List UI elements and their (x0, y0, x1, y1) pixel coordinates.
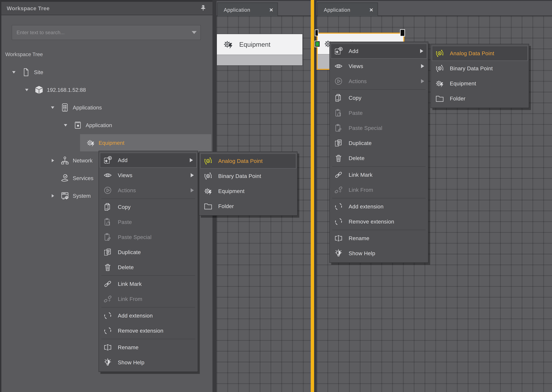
submenu-item-folder[interactable]: Folder (431, 91, 529, 106)
submenu-item-binary-data-point[interactable]: BBinary Data Point (199, 168, 297, 184)
chevron-expanded-icon[interactable] (63, 122, 69, 128)
menu-item-label: Actions (118, 187, 136, 194)
menu-item-label: Rename (118, 344, 138, 350)
menu-item-remove-extension[interactable]: Remove extension (99, 323, 198, 338)
menu-item-copy[interactable]: Copy (330, 90, 428, 105)
menu-item-label: Rename (349, 235, 369, 241)
menu-item-remove-extension[interactable]: Remove extension (330, 214, 428, 229)
paste-special-icon (334, 124, 343, 133)
actions-icon (103, 186, 112, 195)
menu-item-link-from[interactable]: Link From (99, 291, 198, 307)
link-icon (103, 280, 112, 288)
menu-item-actions[interactable]: Actions (330, 74, 428, 89)
menu-item-link-mark[interactable]: Link Mark (330, 167, 428, 182)
delete-icon (334, 154, 343, 163)
menu-item-label: Delete (118, 264, 134, 270)
menu-item-add[interactable]: Add (100, 153, 197, 168)
submenu-item-equipment[interactable]: Equipment (431, 76, 529, 91)
menu-item-add-extension[interactable]: Add extension (99, 308, 198, 323)
menu-item-views[interactable]: Views (330, 59, 428, 74)
anchor-handle-green[interactable] (315, 41, 320, 47)
chevron-expanded-icon[interactable] (50, 105, 55, 111)
menu-item-rename[interactable]: Rename (330, 231, 428, 246)
menu-separator (101, 307, 195, 308)
submenu-item-binary-data-point[interactable]: BBinary Data Point (431, 61, 529, 76)
pin-icon[interactable] (200, 4, 207, 13)
paste-special-icon (103, 233, 112, 242)
tab-label: Application (324, 7, 350, 13)
menu-item-views[interactable]: Views (99, 168, 198, 183)
menu-item-label: Add extension (118, 313, 153, 319)
menu-item-delete[interactable]: Delete (330, 151, 428, 166)
menu-item-actions[interactable]: Actions (99, 183, 198, 198)
search-input[interactable] (12, 29, 192, 35)
chevron-collapsed-icon[interactable] (50, 158, 55, 163)
menu-item-label: Remove extension (349, 218, 394, 225)
menu-item-link-from[interactable]: Link From (330, 182, 428, 197)
chevron-down-icon[interactable] (192, 31, 197, 34)
resize-handle-right[interactable] (400, 29, 405, 36)
orange-splitter-divider[interactable] (311, 0, 314, 392)
menu-item-label: Delete (349, 155, 365, 161)
delete-icon (103, 263, 112, 272)
chevron-expanded-icon[interactable] (11, 69, 17, 75)
tab-application-right[interactable]: Application ✕ (317, 2, 378, 17)
tree-item-label: Services (73, 175, 93, 181)
menu-separator (332, 229, 426, 231)
svg-text:A: A (439, 52, 441, 55)
menu-item-copy[interactable]: Copy (99, 199, 198, 215)
menu-item-show-help[interactable]: Show Help (330, 246, 428, 261)
extension-icon (103, 311, 112, 320)
submenu-item-analog-data-point[interactable]: AAnalog Data Point (200, 154, 296, 168)
server-box-icon (34, 85, 43, 94)
tree-item-site[interactable]: Site (1, 63, 213, 81)
menu-item-rename[interactable]: Rename (99, 340, 198, 355)
gear-bolt-icon (86, 138, 95, 147)
menu-item-label: Duplicate (118, 249, 141, 255)
submenu-item-folder[interactable]: Folder (199, 199, 297, 214)
menu-item-duplicate[interactable]: Duplicate (330, 136, 428, 151)
close-icon[interactable]: ✕ (269, 7, 273, 13)
chevron-collapsed-icon[interactable] (50, 193, 55, 199)
menu-item-label: Analog Data Point (218, 158, 263, 164)
tab-application-middle[interactable]: Application ✕ (217, 2, 278, 17)
menu-item-paste-special[interactable]: Paste Special (330, 120, 428, 136)
menu-item-link-mark[interactable]: Link Mark (99, 276, 198, 291)
menu-item-paste[interactable]: Paste (330, 105, 428, 120)
applications-icon (60, 103, 69, 112)
submenu-item-analog-data-point[interactable]: AAnalog Data Point (432, 46, 528, 61)
menu-item-show-help[interactable]: Show Help (99, 355, 198, 370)
copy-icon (103, 203, 112, 211)
tree-item-192-168-1-52-88[interactable]: 192.168.1.52:88 (1, 81, 213, 99)
menu-item-add[interactable]: Add (331, 43, 427, 59)
rename-icon (334, 234, 343, 243)
equipment-widget-middle[interactable]: Equipment (216, 34, 303, 66)
close-icon[interactable]: ✕ (369, 7, 373, 13)
svg-text:B: B (439, 67, 441, 70)
menu-item-duplicate[interactable]: Duplicate (99, 245, 198, 260)
folder-icon (435, 94, 444, 103)
context-menu-left: AddViewsActionsCopyPastePaste SpecialDup… (99, 151, 198, 372)
link-icon (334, 170, 343, 179)
submenu-arrow-icon (421, 79, 424, 83)
menu-item-label: Show Help (118, 359, 145, 365)
search-box (12, 25, 201, 40)
menu-item-paste-special[interactable]: Paste Special (99, 230, 198, 245)
menu-separator (101, 198, 195, 199)
menu-item-label: Binary Data Point (218, 173, 261, 179)
chevron-expanded-icon[interactable] (24, 87, 30, 93)
tree-item-equipment[interactable]: Equipment (1, 134, 213, 152)
submenu-item-equipment[interactable]: Equipment (199, 184, 297, 199)
tree-item-applications[interactable]: Applications (1, 99, 213, 116)
menu-item-delete[interactable]: Delete (99, 260, 198, 275)
panel-top-border (0, 0, 213, 2)
menu-item-add-extension[interactable]: Add extension (330, 199, 428, 214)
menu-item-paste[interactable]: Paste (99, 215, 198, 230)
extension-icon (103, 326, 112, 335)
menu-item-label: Copy (118, 204, 131, 210)
menu-item-label: Link From (349, 187, 373, 193)
tree-item-application[interactable]: Application (1, 116, 213, 134)
resize-handle-left[interactable] (315, 29, 318, 36)
tree-caption: Workspace Tree (5, 51, 43, 57)
document-icon (21, 68, 31, 77)
